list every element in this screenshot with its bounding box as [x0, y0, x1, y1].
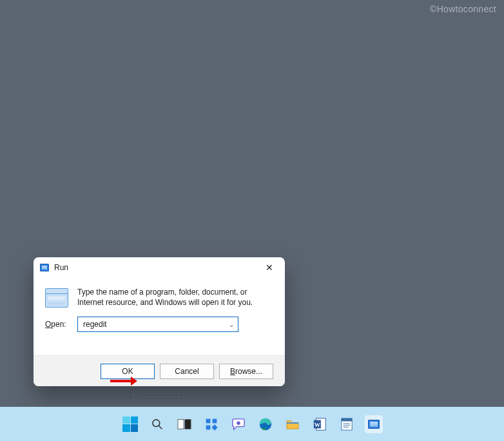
open-combobox[interactable]: ⌄ [77, 317, 238, 332]
file-explorer-icon[interactable] [284, 415, 302, 433]
run-taskbar-icon[interactable] [365, 415, 383, 433]
search-icon[interactable] [148, 415, 166, 433]
taskbar: W [0, 407, 504, 441]
open-input[interactable] [82, 319, 234, 329]
svg-point-0 [153, 419, 160, 426]
run-dialog: Run ✕ Type the name of a program, folder… [34, 257, 285, 386]
svg-line-1 [159, 426, 162, 429]
watermark-text: ©Howtoconnect [430, 4, 496, 14]
taskview-icon[interactable] [175, 415, 193, 433]
cancel-button[interactable]: Cancel [160, 364, 214, 379]
chat-icon[interactable] [229, 415, 247, 433]
svg-rect-2 [178, 419, 184, 429]
svg-rect-6 [206, 425, 211, 429]
svg-rect-3 [185, 419, 191, 429]
desktop-background: ©Howtoconnect . . . . . . . . . . . . . … [0, 0, 504, 407]
button-row: OK Cancel Browse... [34, 355, 285, 386]
titlebar[interactable]: Run ✕ [34, 257, 285, 278]
browse-button[interactable]: Browse... [219, 364, 273, 379]
svg-rect-5 [213, 418, 217, 423]
background-dots: . . . . . . . . . . . . . . . . . . [133, 389, 204, 396]
widgets-icon[interactable] [202, 415, 220, 433]
dialog-title: Run [54, 263, 68, 272]
open-label: Open: [45, 320, 70, 329]
ok-button[interactable]: OK [101, 364, 155, 379]
run-large-icon [45, 288, 68, 308]
start-icon[interactable] [121, 415, 139, 433]
svg-point-8 [237, 421, 240, 424]
svg-rect-7 [211, 424, 217, 430]
close-button[interactable]: ✕ [260, 260, 278, 275]
dialog-body: Type the name of a program, folder, docu… [34, 278, 285, 310]
open-row: Open: ⌄ [34, 310, 285, 332]
svg-rect-4 [206, 418, 211, 423]
svg-text:W: W [315, 421, 321, 427]
svg-rect-10 [287, 422, 298, 424]
word-icon[interactable]: W [311, 415, 329, 433]
edge-icon[interactable] [257, 415, 275, 433]
notepad-icon[interactable] [338, 415, 356, 433]
dialog-description: Type the name of a program, folder, docu… [77, 287, 273, 308]
run-dialog-icon [40, 264, 49, 271]
svg-rect-15 [342, 418, 352, 421]
